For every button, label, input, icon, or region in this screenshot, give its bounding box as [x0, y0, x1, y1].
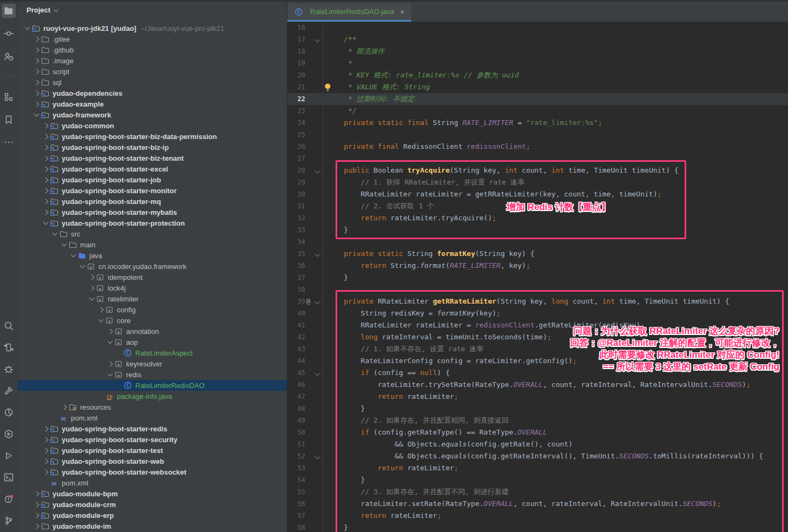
line-number[interactable]: 19	[287, 57, 305, 69]
line-number[interactable]: 52	[287, 450, 305, 462]
line-number[interactable]: 43	[287, 343, 305, 355]
tree-item-ratelimiteraspect[interactable]: CRateLimiterAspect	[18, 347, 287, 358]
code-line-35[interactable]: 35 private static String formatKey(Strin…	[287, 248, 788, 260]
tree-chevron-icon[interactable]	[32, 37, 41, 41]
line-number[interactable]: 44	[287, 355, 305, 367]
code-line-29[interactable]: 29 // 1. 获得 RRateLimiter, 并设置 rate 速率	[287, 176, 788, 188]
tree-chevron-icon[interactable]	[32, 81, 41, 84]
tab-ratelimiterredisdao[interactable]: C RateLimiterRedisDAO.java ×	[287, 3, 411, 22]
tree-chevron-icon[interactable]	[32, 102, 41, 106]
line-number[interactable]: 37	[287, 272, 305, 284]
code-line-38[interactable]: 38	[287, 284, 788, 295]
code-line-19[interactable]: 19 *	[287, 57, 788, 69]
code-line-28[interactable]: 28 public Boolean tryAcquire(String key,…	[287, 165, 788, 176]
tree-item-core[interactable]: core	[18, 315, 287, 326]
tree-chevron-icon[interactable]	[32, 48, 41, 52]
bookmarks-icon[interactable]	[2, 113, 16, 127]
tree-item-yudao-spring-boot-starter-web[interactable]: yudao-spring-boot-starter-web	[18, 456, 287, 467]
tree-chevron-icon[interactable]	[42, 222, 50, 224]
tree-item-main[interactable]: main	[18, 239, 287, 250]
line-number[interactable]: 32	[287, 212, 305, 224]
tree-item-ratelimiterredisdao[interactable]: CRateLimiterRedisDAO	[18, 380, 287, 391]
tree-chevron-icon[interactable]	[32, 114, 41, 116]
tree-item-ratelimiter[interactable]: ratelimiter	[18, 293, 287, 304]
line-number[interactable]: 40	[287, 307, 305, 319]
tree-item-yudao-spring-boot-starter-redis[interactable]: yudao-spring-boot-starter-redis	[18, 423, 287, 434]
tree-chevron-icon[interactable]	[88, 275, 96, 279]
services-icon[interactable]	[2, 427, 16, 441]
tree-chevron-icon[interactable]	[42, 135, 50, 139]
tree-item-yudao-module-bpm[interactable]: yudao-module-bpm	[18, 488, 287, 499]
tree-chevron-icon[interactable]	[32, 503, 41, 507]
tree-item-yudao-spring-boot-starter-security[interactable]: yudao-spring-boot-starter-security	[18, 434, 287, 445]
tree-chevron-icon[interactable]	[32, 59, 41, 63]
tree-chevron-icon[interactable]	[42, 189, 50, 193]
tree-item-yudao-spring-boot-starter-protection[interactable]: yudao-spring-boot-starter-protection	[18, 218, 287, 228]
tree-chevron-icon[interactable]	[32, 492, 41, 496]
line-number[interactable]: 35	[287, 248, 305, 260]
tree-item-.github[interactable]: .github	[18, 44, 287, 55]
line-number[interactable]: 45	[287, 367, 305, 379]
tree-chevron-icon[interactable]	[42, 200, 50, 203]
line-number[interactable]: 22	[287, 93, 305, 105]
code-line-52[interactable]: 52 && Objects.equals(config.getRateInter…	[287, 450, 788, 462]
run-icon[interactable]	[2, 449, 16, 463]
tree-chevron-icon[interactable]	[42, 470, 50, 474]
fold-chevron-icon[interactable]	[315, 299, 320, 305]
code-line-32[interactable]: 32 return rateLimiter.tryAcquire();	[287, 212, 788, 224]
line-number[interactable]: 48	[287, 403, 305, 415]
debug-icon[interactable]	[2, 362, 16, 376]
code-line-34[interactable]: 34	[287, 236, 788, 248]
tree-item-.gitee[interactable]: .gitee	[18, 34, 287, 44]
tree-item-cn.iocoder.yudao.framework[interactable]: cn.iocoder.yudao.framework	[18, 261, 287, 272]
line-number[interactable]: 54	[287, 474, 305, 486]
close-icon[interactable]: ×	[400, 8, 404, 16]
tree-chevron-icon[interactable]	[23, 27, 31, 29]
tree-item-.image[interactable]: .image	[18, 55, 287, 66]
tree-chevron-icon[interactable]	[42, 178, 50, 182]
tree-item-yudao-spring-boot-starter-test[interactable]: yudao-spring-boot-starter-test	[18, 445, 287, 456]
run-anything-icon[interactable]	[2, 340, 16, 354]
tree-item-aop[interactable]: aop	[18, 337, 287, 347]
tree-item-yudao-spring-boot-starter-biz-tenant[interactable]: yudao-spring-boot-starter-biz-tenant	[18, 153, 287, 163]
tree-chevron-icon[interactable]	[78, 265, 87, 267]
tree-item-yudao-module-im[interactable]: yudao-module-im	[18, 521, 287, 531]
code-line-27[interactable]: 27	[287, 153, 788, 165]
tree-item-yudao-example[interactable]: yudao-example	[18, 98, 287, 109]
fold-chevron-icon[interactable]	[315, 168, 320, 174]
tree-item-yudao-module-crm[interactable]: yudao-module-crm	[18, 499, 287, 510]
line-number[interactable]: 38	[287, 284, 305, 295]
tree-item-yudao-spring-boot-starter-biz-ip[interactable]: yudao-spring-boot-starter-biz-ip	[18, 142, 287, 153]
tree-item-lock4j[interactable]: lock4j	[18, 283, 287, 293]
tree-chevron-icon[interactable]	[42, 124, 50, 128]
line-number[interactable]: 36	[287, 260, 305, 272]
tree-chevron-icon[interactable]	[32, 91, 41, 95]
tree-item-keyresolver[interactable]: keyresolver	[18, 358, 287, 369]
tree-item-yudao-spring-boot-starter-mybatis[interactable]: yudao-spring-boot-starter-mybatis	[18, 207, 287, 218]
tree-item-pom.xml[interactable]: mpom.xml	[18, 412, 287, 423]
tree-item-script[interactable]: script	[18, 66, 287, 77]
code-line-55[interactable]: 55 // 3. 如果存在, 并且配置不同, 则进行新建	[287, 486, 788, 498]
line-number[interactable]: 21	[287, 81, 305, 93]
tree-item-yudao-module-erp[interactable]: yudao-module-erp	[18, 510, 287, 521]
tree-chevron-icon[interactable]	[60, 244, 68, 246]
tree-chevron-icon[interactable]	[106, 362, 114, 366]
line-number[interactable]: 41	[287, 319, 305, 331]
line-number[interactable]: 16	[287, 22, 305, 34]
line-number[interactable]: 39	[287, 295, 305, 307]
tree-chevron-icon[interactable]	[32, 524, 41, 528]
tree-item-yudao-spring-boot-starter-monitor[interactable]: yudao-spring-boot-starter-monitor	[18, 185, 287, 196]
tree-item-src[interactable]: src	[18, 228, 287, 239]
line-number[interactable]: 58	[287, 522, 305, 532]
line-number[interactable]: 20	[287, 69, 305, 81]
code-line-46[interactable]: 46 rateLimiter.trySetRate(RateType.OVERA…	[287, 379, 788, 391]
code-editor[interactable]: 58 }57 return rateLimiter;56 rateLimiter…	[287, 22, 788, 532]
line-number[interactable]: 50	[287, 426, 305, 438]
code-line-57[interactable]: 57 return rateLimiter;	[287, 510, 788, 522]
line-number[interactable]: 26	[287, 141, 305, 153]
tree-item-idempotent[interactable]: idempotent	[18, 272, 287, 283]
search-icon[interactable]	[2, 319, 16, 333]
code-line-26[interactable]: 26 private final RedissonClient redisson…	[287, 141, 788, 153]
code-line-47[interactable]: 47 return rateLimiter;	[287, 391, 788, 403]
code-line-36[interactable]: 36 return String.format(RATE_LIMITER, ke…	[287, 260, 788, 272]
